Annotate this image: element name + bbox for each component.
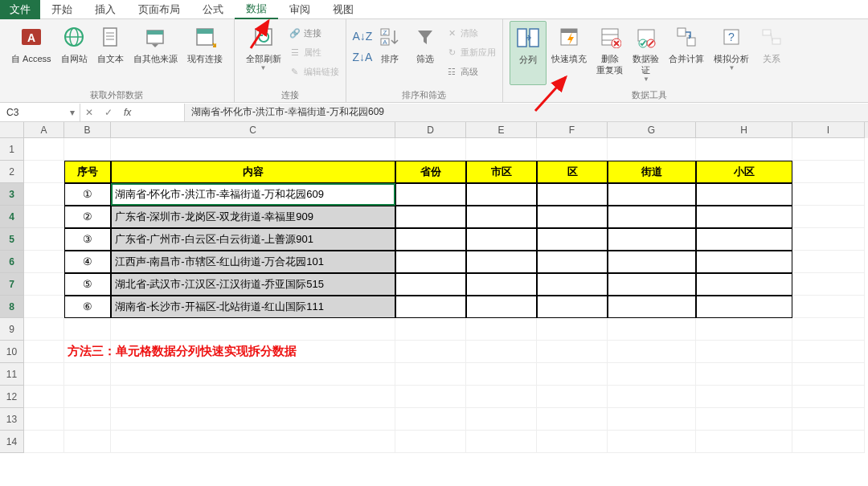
btn-whatif[interactable]: ? 模拟分析 ▼	[709, 21, 754, 85]
cell[interactable]	[792, 431, 865, 453]
cell[interactable]	[466, 251, 537, 273]
row-head-7[interactable]: 7	[0, 273, 24, 296]
cell[interactable]	[537, 318, 608, 341]
cell[interactable]	[466, 206, 537, 228]
cell[interactable]	[608, 408, 696, 431]
cell[interactable]	[111, 408, 395, 431]
cell[interactable]	[24, 363, 64, 386]
cell[interactable]	[792, 251, 865, 273]
btn-from-access[interactable]: A 自 Access	[6, 21, 56, 85]
cell[interactable]	[24, 161, 64, 183]
row-head-4[interactable]: 4	[0, 206, 24, 228]
cell[interactable]	[537, 228, 608, 251]
cell[interactable]	[395, 386, 466, 408]
cell[interactable]	[792, 183, 865, 206]
cell[interactable]	[466, 296, 537, 318]
cell-seq[interactable]: ④	[64, 251, 111, 273]
cell[interactable]	[537, 273, 608, 296]
col-head-I[interactable]: I	[792, 122, 865, 138]
row-head-3[interactable]: 3	[0, 183, 24, 206]
row-head-1[interactable]: 1	[0, 138, 24, 161]
cell[interactable]	[395, 318, 466, 341]
cell[interactable]	[24, 431, 64, 453]
cell[interactable]	[696, 273, 792, 296]
btn-sort[interactable]: ZA 排序	[372, 21, 407, 85]
btn-sort-asc[interactable]: A↓Z	[353, 27, 373, 45]
cell[interactable]	[395, 431, 466, 453]
cell-content[interactable]: 湖南省-长沙市-开福区-北站街道-红山国际111	[111, 296, 395, 318]
cell[interactable]	[24, 273, 64, 296]
cell[interactable]	[608, 228, 696, 251]
cell[interactable]	[466, 138, 537, 161]
cell[interactable]	[537, 138, 608, 161]
cell[interactable]	[64, 386, 111, 408]
col-head-C[interactable]: C	[111, 122, 395, 138]
cell[interactable]	[608, 363, 696, 386]
col-head-D[interactable]: D	[395, 122, 466, 138]
cell[interactable]	[537, 386, 608, 408]
cell[interactable]	[608, 318, 696, 341]
name-box[interactable]: C3 ▾	[0, 104, 80, 121]
menu-tab-insert[interactable]: 插入	[84, 0, 127, 19]
cell[interactable]	[466, 408, 537, 431]
cell[interactable]	[395, 251, 466, 273]
cell[interactable]	[696, 296, 792, 318]
btn-sort-desc[interactable]: Z↓A	[353, 48, 373, 66]
col-head-H[interactable]: H	[696, 122, 792, 138]
menu-tab-pagelayout[interactable]: 页面布局	[127, 0, 191, 19]
cell-content[interactable]: 广东省-深圳市-龙岗区-双龙街道-幸福里909	[111, 206, 395, 228]
cell[interactable]	[696, 228, 792, 251]
row-head-14[interactable]: 14	[0, 431, 24, 453]
cell[interactable]	[537, 408, 608, 431]
cell[interactable]	[395, 341, 466, 363]
cell[interactable]	[111, 431, 395, 453]
cell[interactable]	[537, 431, 608, 453]
cell[interactable]	[537, 363, 608, 386]
cell[interactable]	[111, 318, 395, 341]
cell[interactable]	[466, 273, 537, 296]
btn-from-text[interactable]: 自文本	[92, 21, 129, 85]
fx-button[interactable]: fx	[124, 107, 131, 118]
cell-header-city[interactable]: 市区	[466, 161, 537, 183]
cell[interactable]	[111, 386, 395, 408]
btn-consolidate[interactable]: 合并计算	[664, 21, 709, 85]
col-head-B[interactable]: B	[64, 122, 111, 138]
cell[interactable]	[537, 296, 608, 318]
row-head-2[interactable]: 2	[0, 161, 24, 183]
col-head-G[interactable]: G	[608, 122, 696, 138]
col-head-A[interactable]: A	[24, 122, 64, 138]
cell-content[interactable]: 湖南省-怀化市-洪江市-幸福街道-万和花园609	[111, 183, 395, 206]
cell[interactable]	[696, 363, 792, 386]
cell[interactable]	[537, 341, 608, 363]
cell-seq[interactable]: ①	[64, 183, 111, 206]
cell[interactable]	[395, 363, 466, 386]
name-box-dropdown-icon[interactable]: ▾	[65, 107, 80, 118]
btn-refresh-all[interactable]: 全部刷新 ▼	[241, 21, 286, 85]
cell-seq[interactable]: ③	[64, 228, 111, 251]
cell[interactable]	[24, 183, 64, 206]
btn-connections[interactable]: 🔗连接	[289, 24, 339, 42]
cell[interactable]	[466, 341, 537, 363]
cell[interactable]	[395, 228, 466, 251]
cell-header-community[interactable]: 小区	[696, 161, 792, 183]
menu-tab-home[interactable]: 开始	[40, 0, 84, 19]
cell[interactable]	[792, 363, 865, 386]
cell[interactable]	[608, 206, 696, 228]
menu-tab-review[interactable]: 审阅	[278, 0, 321, 19]
btn-from-web[interactable]: 自网站	[56, 21, 92, 85]
cell[interactable]	[608, 251, 696, 273]
cell[interactable]	[395, 273, 466, 296]
cell[interactable]	[792, 296, 865, 318]
cell[interactable]	[395, 206, 466, 228]
btn-remove-duplicates[interactable]: 删除 重复项	[592, 21, 628, 85]
cell[interactable]	[537, 251, 608, 273]
row-head-6[interactable]: 6	[0, 251, 24, 273]
cell[interactable]	[608, 386, 696, 408]
cell-header-street[interactable]: 街道	[608, 161, 696, 183]
btn-filter[interactable]: 筛选	[407, 21, 443, 85]
btn-text-to-columns[interactable]: 分列	[510, 21, 547, 85]
cell[interactable]	[696, 386, 792, 408]
cell-content[interactable]: 江西声-南昌市-市辖区-红山街道-万合花园101	[111, 251, 395, 273]
row-head-12[interactable]: 12	[0, 386, 24, 408]
note-cell[interactable]: 方法三：单元格数据分列快速实现拆分数据	[64, 341, 111, 363]
